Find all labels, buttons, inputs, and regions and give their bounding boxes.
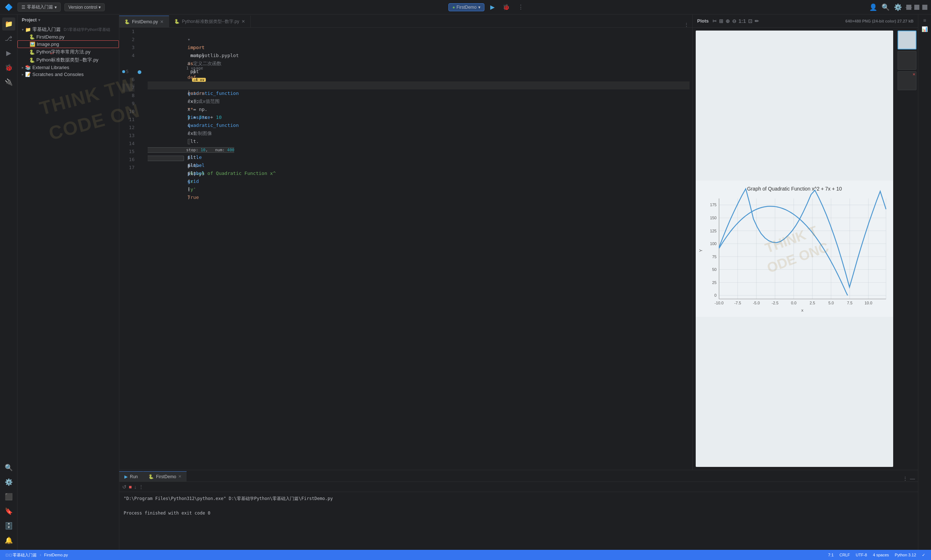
- activity-project-icon[interactable]: 📁: [2, 17, 15, 31]
- sidebar-item-firstdemo[interactable]: 🐍 FirstDemo.py: [17, 34, 119, 40]
- plots-tool-zoomout-icon[interactable]: ⊖: [732, 18, 736, 24]
- plots-tool-columns-icon[interactable]: ⊞: [719, 18, 723, 24]
- sidebar-item-image[interactable]: 🖼️ Image.png ←: [17, 40, 119, 48]
- run-icon[interactable]: ▶: [490, 4, 495, 11]
- sidebar-item-root-folder[interactable]: ▾ 📁 零基础入门篇 D:\零基础学Python\零基础: [17, 25, 119, 34]
- svg-text:0.0: 0.0: [791, 301, 796, 305]
- tab-close-icon[interactable]: ✕: [160, 19, 164, 25]
- gutter: ⬤: [137, 28, 145, 470]
- py-icon: 🐍: [125, 19, 130, 25]
- terminal-toolbar-right: ⋮ —: [900, 475, 918, 482]
- rerun-icon[interactable]: ↺: [122, 484, 126, 490]
- plots-thumb-1[interactable]: [897, 31, 916, 49]
- status-position[interactable]: 7:1: [825, 553, 836, 557]
- tab-firstdemo[interactable]: 🐍 FirstDemo.py ✕: [119, 15, 169, 27]
- tab-datatypes[interactable]: 🐍 Python标准数据类型--数字.py ✕: [169, 15, 250, 27]
- tab-firstdemo-run[interactable]: 🐍 FirstDemo ✕: [143, 471, 186, 482]
- status-indent[interactable]: 4 spaces: [870, 553, 892, 557]
- fold-arrow[interactable]: ▾: [188, 37, 191, 42]
- search-icon[interactable]: 🔍: [882, 3, 889, 11]
- activity-commit-icon[interactable]: ⎇: [2, 32, 15, 45]
- status-encoding[interactable]: UTF-8: [853, 553, 870, 557]
- plots-tool-1to1-icon[interactable]: 1:1: [739, 18, 746, 24]
- sidebar-item-datatypes[interactable]: 🐍 Python标准数据类型--数字.py: [17, 56, 119, 64]
- line-num: 12: [122, 124, 135, 132]
- sidebar-item-label: Image.png: [37, 42, 59, 47]
- plots-thumb-3[interactable]: ✕: [897, 71, 916, 90]
- stop-icon[interactable]: ■: [129, 484, 132, 490]
- more-options-icon[interactable]: ⋮: [903, 475, 908, 482]
- bottom-tabs: ▶ Run 🐍 FirstDemo ✕ ⋮ —: [119, 470, 918, 482]
- tab-options-icon[interactable]: ⋮: [680, 22, 692, 27]
- activity-database-icon[interactable]: 🗄️: [2, 519, 15, 532]
- maximize-button[interactable]: □: [914, 5, 919, 10]
- activity-plugins-icon[interactable]: 🔌: [2, 75, 15, 89]
- editor-plots-container: 🐍 FirstDemo.py ✕ 🐍 Python标准数据类型--数字.py ✕…: [119, 15, 918, 550]
- run-tab-icon: 🐍: [148, 474, 154, 479]
- activity-run-icon[interactable]: ▶: [2, 46, 15, 60]
- sidebar-item-label: External Libraries: [32, 65, 69, 70]
- status-check[interactable]: ✓: [919, 553, 928, 557]
- minimize-panel-icon[interactable]: —: [910, 475, 915, 482]
- activity-notification-icon[interactable]: 🔔: [2, 534, 15, 547]
- close-button[interactable]: ✕: [922, 5, 927, 10]
- sidebar-item-external-libs[interactable]: ▸ 📚 External Libraries: [17, 64, 119, 71]
- plots-thumb-2[interactable]: [897, 51, 916, 70]
- minimize-button[interactable]: —: [906, 5, 911, 10]
- code-content[interactable]: ▾ import matplotlib.pyplot as plt ⚠4 ∧∨ …: [145, 28, 692, 470]
- line-num: 11: [122, 115, 135, 124]
- code-editor: 1 2 3 4 5 6 7 8 9 10 11 12: [119, 28, 692, 470]
- chevron-down-icon: ▾: [98, 5, 101, 10]
- line-num: 10: [122, 108, 135, 115]
- status-file[interactable]: FirstDemo.py: [41, 553, 71, 557]
- status-crlf[interactable]: CRLF: [836, 553, 853, 557]
- project-menu-button[interactable]: ☰ 零基础入门篇 ▾: [17, 3, 61, 12]
- debug-icon[interactable]: 🐞: [503, 4, 510, 11]
- plots-tool-scissors-icon[interactable]: ✂: [712, 18, 717, 24]
- tab-label: FirstDemo.py: [132, 19, 158, 25]
- code-line-9: x = np. linspace (- stop: 10, num: 400 ): [148, 97, 689, 105]
- code-token: grid: [188, 178, 199, 184]
- tab-close-icon[interactable]: ✕: [242, 19, 245, 24]
- plots-main: Graph of Quadratic Function x^2 + 7x + 1…: [693, 28, 918, 470]
- status-branch[interactable]: □ □ 零基础入门篇: [3, 552, 40, 558]
- vcs-button[interactable]: Version control ▾: [65, 3, 105, 11]
- scroll-down-icon[interactable]: ↓: [134, 484, 136, 490]
- sidebar-item-scratches[interactable]: ▸ 📝 Scratches and Consoles: [17, 71, 119, 78]
- settings-icon[interactable]: ⚙️: [894, 3, 902, 11]
- line-num: 6: [122, 75, 135, 84]
- thumb-close-icon[interactable]: ✕: [913, 72, 916, 76]
- tab-run[interactable]: ▶ Run: [119, 471, 143, 482]
- plots-tool-fit-icon[interactable]: ⊡: [748, 18, 752, 24]
- terminal-toolbar: ↺ ■ ↓ ⋮: [119, 482, 918, 492]
- status-python[interactable]: Python 3.12: [892, 553, 919, 557]
- plots-header: Plots ✂ ⊞ ⊕ ⊖ 1:1 ⊡ ✏ 640×480 PNG (24-bi…: [693, 15, 918, 28]
- code-line-11: [148, 114, 689, 122]
- svg-text:5.0: 5.0: [828, 301, 834, 305]
- code-token: import: [188, 45, 205, 50]
- activity-debug-icon[interactable]: 🐞: [2, 61, 15, 74]
- activity-bookmark-icon[interactable]: 🔖: [2, 505, 15, 518]
- right-bar-icon-2[interactable]: 📊: [922, 26, 928, 32]
- code-line-10: y = quadratic_function (x): [148, 105, 689, 114]
- run-project-button[interactable]: ● FirstDemo ▾: [448, 3, 485, 11]
- tab-close-icon[interactable]: ✕: [178, 474, 182, 479]
- sidebar-item-label: Python字符串常用方法.py: [36, 49, 91, 55]
- main-layout: 📁 ⎇ ▶ 🐞 🔌 🔍 ⚙️ ⬛ 🔖 🗄️ 🔔 Project ▾ ▾ 📁 零基…: [0, 15, 931, 550]
- activity-settings-icon[interactable]: ⚙️: [2, 475, 15, 489]
- right-bar-icon-1[interactable]: ≡: [923, 17, 926, 23]
- more-icon[interactable]: ⋮: [138, 484, 144, 490]
- line-num: 5: [122, 68, 135, 75]
- svg-text:-5.0: -5.0: [753, 301, 760, 305]
- more-icon[interactable]: ⋮: [518, 4, 524, 11]
- sidebar-item-string-methods[interactable]: 🐍 Python字符串常用方法.py: [17, 48, 119, 56]
- plots-image-info: 640×480 PNG (24-bit color) 27.27 kB: [846, 19, 914, 23]
- user-icon[interactable]: 👤: [869, 3, 877, 11]
- activity-search-icon[interactable]: 🔍: [2, 461, 15, 474]
- png-file-icon: 🖼️: [29, 42, 35, 47]
- plots-tool-zoomin-icon[interactable]: ⊕: [726, 18, 730, 24]
- terminal-line-empty: [124, 502, 914, 509]
- run-dot-icon: ●: [452, 5, 455, 10]
- plots-tool-pencil-icon[interactable]: ✏: [755, 18, 759, 24]
- activity-terminal-icon[interactable]: ⬛: [2, 490, 15, 503]
